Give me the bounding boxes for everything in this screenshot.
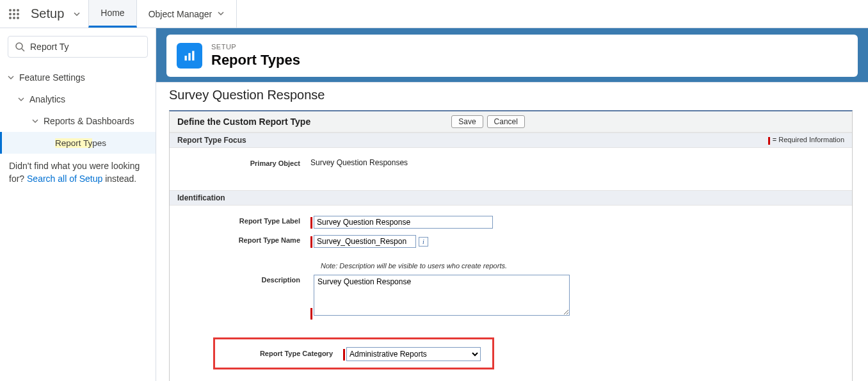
svg-point-4 (13, 13, 15, 15)
field-report-type-label-wrap (310, 215, 493, 229)
search-icon (15, 42, 25, 54)
svg-rect-12 (188, 53, 190, 61)
not-found-post: instead. (102, 174, 136, 184)
tab-object-manager[interactable]: Object Manager (137, 0, 237, 28)
tree-node-report-types[interactable]: Report Types (0, 132, 156, 154)
row-report-type-label: Report Type Label (170, 215, 852, 229)
input-report-type-name[interactable] (314, 235, 416, 248)
label-report-type-label: Report Type Label (170, 215, 310, 225)
required-info-legend: = Required Information (768, 136, 844, 144)
highlight-rest: pes (92, 138, 106, 148)
tab-home[interactable]: Home (88, 0, 136, 28)
svg-point-2 (17, 9, 19, 12)
svg-point-0 (9, 9, 12, 12)
svg-point-3 (9, 13, 12, 15)
row-primary-object: Primary Object Survey Question Responses (170, 157, 852, 167)
category-highlight-box: Report Type Category Administrative Repo… (213, 337, 494, 369)
page-hero-band: SETUP Report Types (156, 28, 868, 82)
highlight-match: Report Ty (55, 138, 92, 148)
tree-label: Reports & Dashboards (44, 116, 134, 126)
svg-point-8 (17, 17, 19, 19)
required-bar-icon (310, 308, 312, 320)
search-all-link[interactable]: Search all of Setup (27, 174, 102, 184)
chevron-down-icon (32, 116, 41, 126)
svg-point-5 (17, 13, 19, 15)
focus-body: Primary Object Survey Question Responses (170, 148, 852, 185)
setup-dropdown-button[interactable] (73, 0, 88, 28)
select-report-type-category[interactable]: Administrative Reports (346, 347, 481, 361)
subhead-ident-title: Identification (177, 193, 225, 202)
classic-scroll-area[interactable]: Survey Question Response Define the Cust… (156, 83, 868, 381)
classic-page-title: Survey Question Response (169, 83, 853, 110)
required-info-text: = Required Information (773, 136, 844, 143)
report-types-icon (177, 43, 202, 69)
required-bar-icon (310, 217, 312, 229)
subhead-focus-title: Report Type Focus (177, 136, 246, 145)
svg-rect-13 (192, 51, 194, 61)
app-launcher-icon (8, 8, 20, 20)
cancel-button[interactable]: Cancel (487, 115, 525, 128)
tree-node-analytics[interactable]: Analytics (0, 88, 156, 110)
tab-home-label: Home (100, 8, 124, 18)
value-primary-object: Survey Question Responses (310, 157, 408, 167)
page-block-header: Define the Custom Report Type Save Cance… (170, 111, 852, 133)
setup-title: Setup (28, 0, 73, 28)
main-content: SETUP Report Types Survey Question Respo… (156, 28, 868, 381)
info-icon[interactable]: i (419, 237, 428, 247)
subhead-focus: Report Type Focus = Required Information (170, 133, 852, 148)
not-found-hint: Didn't find what you were looking for? S… (0, 154, 156, 191)
required-bar-icon (768, 137, 770, 145)
label-report-type-category: Report Type Category (223, 350, 343, 357)
chevron-down-icon (217, 9, 225, 19)
page-header-card: SETUP Report Types (166, 35, 858, 77)
page-eyebrow: SETUP (211, 43, 300, 51)
field-report-type-name-wrap: i (310, 234, 428, 248)
label-primary-object: Primary Object (170, 157, 310, 167)
chevron-down-icon (73, 10, 81, 18)
top-nav-bar: Setup Home Object Manager (0, 0, 868, 28)
svg-point-9 (16, 43, 22, 49)
field-description-wrap (310, 273, 570, 320)
subhead-ident: Identification (170, 190, 852, 206)
svg-line-10 (22, 49, 24, 51)
row-category: Report Type Category Administrative Repo… (170, 337, 852, 369)
row-report-type-name: Report Type Name i (170, 234, 852, 248)
page-block-header-title: Define the Custom Report Type (177, 117, 310, 127)
label-report-type-name: Report Type Name (170, 234, 310, 244)
svg-point-7 (13, 17, 15, 19)
textarea-description[interactable] (314, 275, 570, 316)
svg-rect-11 (185, 56, 187, 61)
tree-label: Report Types (55, 138, 106, 148)
app-launcher-button[interactable] (0, 0, 28, 28)
required-bar-icon (310, 236, 312, 248)
tree-node-reports-dashboards[interactable]: Reports & Dashboards (0, 110, 156, 132)
quick-find-box (8, 36, 148, 58)
svg-point-6 (9, 17, 12, 19)
chevron-down-icon (8, 72, 17, 83)
description-note: Note: Description will be visible to use… (321, 262, 852, 270)
row-description: Description (170, 273, 852, 320)
page-title: Report Types (211, 52, 300, 69)
setup-sidebar: Feature Settings Analytics Reports & Das… (0, 28, 156, 381)
chevron-down-icon (18, 94, 27, 104)
save-button[interactable]: Save (451, 115, 483, 128)
required-bar-icon (343, 349, 345, 361)
quick-find-input[interactable] (8, 36, 147, 57)
input-report-type-label[interactable] (314, 216, 493, 229)
tree-label: Feature Settings (19, 72, 85, 83)
tree-label: Analytics (29, 94, 65, 104)
svg-point-1 (13, 9, 15, 12)
ident-body: Report Type Label Report Type Name i Not (170, 206, 852, 381)
label-description: Description (170, 273, 310, 284)
tree-node-feature-settings[interactable]: Feature Settings (0, 67, 156, 88)
tab-object-manager-label: Object Manager (149, 9, 213, 19)
field-category-wrap: Administrative Reports (343, 346, 481, 361)
page-block: Define the Custom Report Type Save Cance… (169, 110, 853, 381)
classic-frame: Survey Question Response Define the Cust… (156, 82, 868, 381)
